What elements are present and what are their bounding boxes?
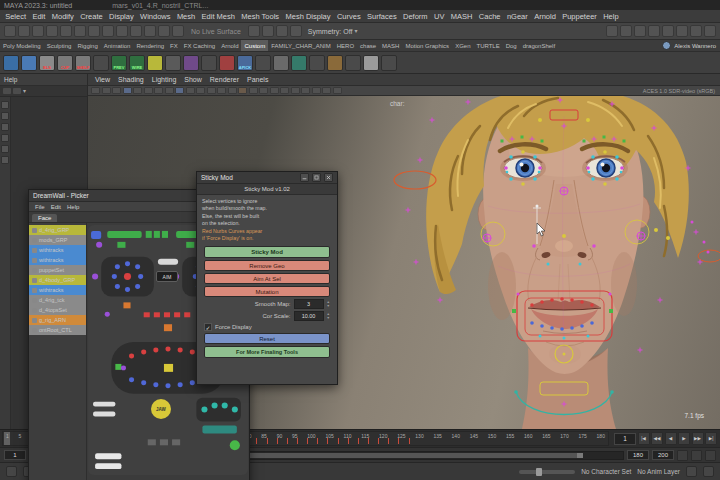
viewport-toolbar-icon[interactable] [291,87,300,94]
tool-icon[interactable] [1,101,9,109]
tool-icon[interactable] [1,112,9,120]
menu-item[interactable]: UV [431,12,448,21]
viewport-toolbar-icon[interactable] [228,87,237,94]
viewport-toolbar-icon[interactable] [322,87,331,94]
shelf-tool-icon[interactable] [21,55,37,71]
shelf-tool-icon[interactable] [363,55,379,71]
aim-button[interactable]: AIM [156,271,178,282]
node-list-item[interactable]: d_4topsSet [29,305,86,315]
dock-menu-item[interactable]: Help [4,76,17,83]
menu-item[interactable]: MASH [448,12,476,21]
node-list-item[interactable]: withtracks [29,285,86,295]
node-list-item[interactable]: mods_GRP [29,235,86,245]
menu-item[interactable]: Mesh Display [282,12,333,21]
shelf-tool-icon[interactable] [327,55,343,71]
sticky-mod-button[interactable]: Sticky Mod [204,246,330,258]
picker-tab-face[interactable]: Face [32,214,57,222]
tool-icon[interactable] [1,123,9,131]
render-icon[interactable] [634,25,646,37]
close-button[interactable] [324,173,333,182]
menu-item[interactable]: Modify [49,12,77,21]
symmetry-dropdown[interactable]: Symmetry: Off ▾ [308,28,358,35]
shelf-tool-icon[interactable]: CUP [57,55,73,71]
node-list-item[interactable]: g_rig_ARN [29,315,86,325]
toolbar-icon[interactable] [32,25,44,37]
viewport-menu-item[interactable]: View [91,76,114,83]
mutation-button[interactable]: Mutation [204,286,330,297]
viewport-toolbar-icon[interactable] [123,87,132,94]
menu-item[interactable]: Mesh Tools [238,12,282,21]
character-set-selector[interactable]: No Character Set [581,468,631,475]
range-handle-right[interactable] [577,453,583,458]
shelf-tool-icon[interactable]: SHELF [75,55,91,71]
menu-item[interactable]: Curves [334,12,364,21]
force-display-checkbox[interactable]: ✓ [204,323,212,331]
picker-menu-item[interactable]: Help [64,204,82,210]
node-list-item[interactable]: withtracks [29,245,86,255]
shelf-tab[interactable]: HERO [334,40,357,51]
remove-geo-button[interactable]: Remove Geo [204,260,330,271]
shelf-tab[interactable]: dragonShelf [520,40,558,51]
shelf-tool-icon[interactable]: APICK [237,55,253,71]
auto-key-button[interactable] [677,450,688,461]
menu-item[interactable]: Edit [29,12,48,21]
picker-menu-item[interactable]: File [32,204,48,210]
shelf-tab[interactable]: XGen [452,40,473,51]
grease-pencil-icon[interactable] [686,466,697,477]
transport-button[interactable]: ▶ [678,432,690,445]
viewport-menu-item[interactable]: Renderer [206,76,243,83]
viewport-menu-item[interactable]: Lighting [148,76,181,83]
shelf-tool-icon[interactable]: WIRE [129,55,145,71]
menu-item[interactable]: Help [600,12,622,21]
viewport-toolbar-icon[interactable] [259,87,268,94]
render-icon[interactable] [648,25,660,37]
shelf-tool-icon[interactable]: PREV [111,55,127,71]
toolbar-icon[interactable] [262,25,274,37]
smooth-map-field[interactable]: 3 [294,299,324,309]
tool-icon[interactable] [1,156,9,164]
tool-icon[interactable] [1,134,9,142]
shelf-tab[interactable]: Rigging [74,40,100,51]
viewport-toolbar-icon[interactable] [165,87,174,94]
render-icon[interactable] [620,25,632,37]
transport-button[interactable]: ◀ [665,432,677,445]
toolbar-icon[interactable] [276,25,288,37]
viewport-toolbar-icon[interactable] [102,87,111,94]
minimize-button[interactable] [300,173,309,182]
viewport-toolbar-icon[interactable] [238,87,247,94]
toolbar-icon[interactable] [18,25,30,37]
shelf-tool-icon[interactable] [219,55,235,71]
anim-layer-selector[interactable]: No Anim Layer [637,468,680,475]
toolbar-icon[interactable] [248,25,260,37]
anim-preferences-button[interactable] [691,450,702,461]
shelf-tool-icon[interactable] [291,55,307,71]
shelf-tab[interactable]: FAMILY_CHAR_ANIM [268,40,334,51]
key-icon[interactable] [6,466,17,477]
spinner-arrows[interactable]: ▲▼ [327,312,330,320]
shelf-tool-icon[interactable] [183,55,199,71]
menu-item[interactable]: Surfaces [364,12,400,21]
viewport-menu-item[interactable]: Shading [114,76,148,83]
aim-at-sel-button[interactable]: Aim At Sel [204,273,330,284]
viewport-toolbar-icon[interactable] [196,87,205,94]
shelf-tool-icon[interactable] [309,55,325,71]
user-account-chip[interactable]: Alexis Wannero [658,41,720,50]
shelf-tool-icon[interactable] [345,55,361,71]
shelf-tab[interactable]: chase [357,40,379,51]
viewport-toolbar-icon[interactable] [207,87,216,94]
toolbar-icon[interactable] [158,25,170,37]
menu-item[interactable]: Cache [476,12,504,21]
node-list-item[interactable]: ontRoot_CTL [29,325,86,335]
viewport-toolbar-icon[interactable] [133,87,142,94]
reset-button[interactable]: Reset [204,333,330,344]
viewport-toolbar-icon[interactable] [270,87,279,94]
anim-start-field[interactable]: 1 [4,450,26,460]
render-icon[interactable] [704,25,716,37]
shelf-tool-icon[interactable] [255,55,271,71]
shelf-tool-icon[interactable] [273,55,289,71]
transport-button[interactable]: ▶| [705,432,717,445]
toolbar-icon[interactable] [4,25,16,37]
shelf-tool-icon[interactable]: BLS [39,55,55,71]
shelf-tab[interactable]: Rendering [133,40,167,51]
command-line-icon[interactable] [703,466,714,477]
